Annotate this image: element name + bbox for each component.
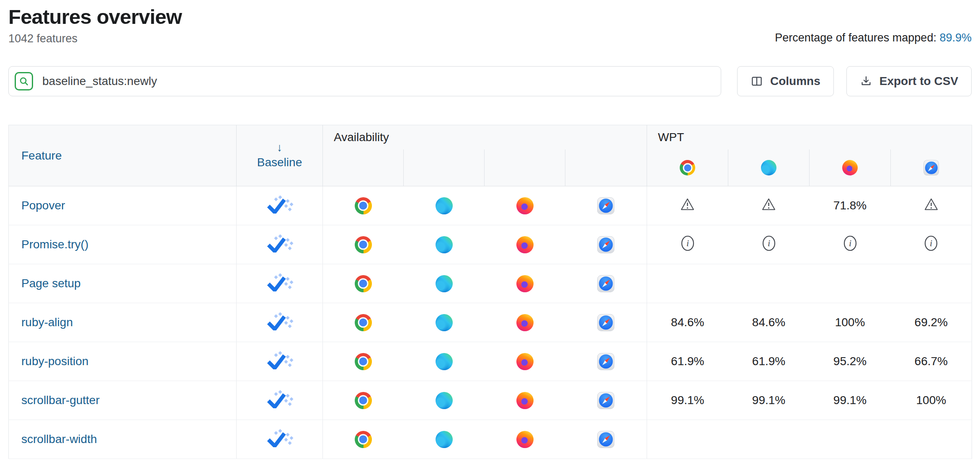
- baseline-sort-link[interactable]: ↓Baseline: [237, 142, 322, 169]
- baseline-newly-available-icon: [266, 351, 294, 372]
- availability-cell: [565, 342, 647, 381]
- feature-link[interactable]: ruby-position: [21, 355, 88, 368]
- info-icon[interactable]: i: [762, 235, 776, 255]
- feature-link[interactable]: Popover: [21, 199, 65, 212]
- chrome-icon: [355, 275, 372, 292]
- firefox-icon: [516, 314, 534, 331]
- feature-sort-link[interactable]: Feature: [21, 149, 62, 162]
- availability-subcolumn-header: [485, 149, 565, 186]
- feature-link[interactable]: Page setup: [21, 277, 81, 290]
- wpt-score-cell: 99.1%: [728, 381, 810, 420]
- availability-cell: [485, 303, 565, 342]
- columns-button[interactable]: Columns: [737, 66, 834, 96]
- info-icon[interactable]: i: [681, 235, 695, 255]
- availability-cell: [485, 420, 565, 459]
- wpt-score-cell: 69.2%: [891, 303, 972, 342]
- search-box[interactable]: [8, 66, 721, 96]
- edge-icon: [436, 197, 453, 214]
- warning-icon[interactable]: [680, 197, 695, 214]
- chrome-icon: [355, 236, 372, 253]
- mapped-percentage-link[interactable]: 89.9%: [939, 31, 972, 44]
- wpt-score-value: 99.1%: [671, 394, 704, 407]
- wpt-score-cell: 66.7%: [891, 342, 972, 381]
- firefox-icon: [842, 160, 858, 175]
- baseline-status-cell: [237, 342, 323, 381]
- title-block: Features overview 1042 features: [8, 4, 182, 45]
- wpt-score-cell: [647, 186, 728, 225]
- baseline-status-cell: [237, 303, 323, 342]
- wpt-score-cell: [728, 186, 810, 225]
- sort-descending-icon: ↓: [237, 142, 322, 153]
- chrome-icon: [355, 197, 372, 214]
- feature-link[interactable]: scrollbar-width: [21, 433, 97, 446]
- availability-cell: [323, 381, 404, 420]
- info-icon[interactable]: i: [924, 235, 938, 255]
- wpt-score-cell: i: [647, 225, 728, 264]
- wpt-score-value: 61.9%: [752, 355, 785, 368]
- info-icon[interactable]: i: [843, 235, 857, 255]
- wpt-score-cell: [891, 264, 972, 303]
- toolbar: Columns Export to CSV: [8, 66, 972, 96]
- firefox-icon: [516, 236, 534, 253]
- availability-cell: [565, 381, 647, 420]
- wpt-score-cell: i: [810, 225, 891, 264]
- warning-icon[interactable]: [923, 197, 939, 214]
- firefox-icon: [516, 197, 534, 214]
- availability-cell: [485, 264, 565, 303]
- table-row: Popover 71.8%: [9, 186, 972, 225]
- search-input[interactable]: [41, 74, 715, 88]
- wpt-score-cell: 84.6%: [728, 303, 810, 342]
- wpt-score-cell: 100%: [810, 303, 891, 342]
- search-icon[interactable]: [15, 72, 33, 90]
- availability-cell: [565, 303, 647, 342]
- export-csv-button[interactable]: Export to CSV: [846, 66, 972, 96]
- availability-cell: [485, 225, 565, 264]
- availability-cell: [404, 225, 485, 264]
- baseline-newly-available-icon: [266, 390, 294, 411]
- table-row: Promise.try() iiii: [9, 225, 972, 264]
- feature-link[interactable]: scrollbar-gutter: [21, 394, 100, 407]
- availability-cell: [565, 225, 647, 264]
- warning-icon[interactable]: [761, 197, 776, 214]
- availability-subcolumn-header: [565, 149, 647, 186]
- firefox-icon: [516, 275, 534, 292]
- wpt-score-cell: [647, 420, 728, 459]
- page-title: Features overview: [8, 5, 182, 28]
- wpt-score-cell: 61.9%: [647, 342, 728, 381]
- safari-icon: [597, 236, 614, 253]
- feature-link[interactable]: Promise.try(): [21, 238, 88, 251]
- baseline-status-cell: [237, 186, 323, 225]
- wpt-score-cell: 100%: [891, 381, 972, 420]
- firefox-icon: [516, 431, 534, 448]
- table-row: ruby-position 61.9%61.9%95.2%66.7%: [9, 342, 972, 381]
- chrome-icon: [680, 160, 695, 175]
- availability-subcolumn-header: [404, 149, 485, 186]
- feature-column-header: Feature: [9, 125, 237, 186]
- table-row: scrollbar-width: [9, 420, 972, 459]
- availability-cell: [565, 420, 647, 459]
- wpt-group-header: WPT: [647, 125, 972, 149]
- availability-cell: [404, 303, 485, 342]
- feature-count: 1042 features: [8, 32, 182, 45]
- chrome-icon: [355, 314, 372, 331]
- wpt-score-cell: [891, 420, 972, 459]
- wpt-score-value: 84.6%: [671, 316, 704, 329]
- wpt-score-cell: [891, 186, 972, 225]
- edge-icon: [436, 314, 453, 331]
- baseline-status-cell: [237, 225, 323, 264]
- safari-icon: [597, 197, 614, 214]
- feature-link[interactable]: ruby-align: [21, 316, 73, 329]
- chrome-icon: [355, 431, 372, 448]
- edge-icon: [436, 431, 453, 448]
- availability-cell: [323, 186, 404, 225]
- baseline-column-header: ↓Baseline: [237, 125, 323, 186]
- availability-cell: [485, 381, 565, 420]
- availability-cell: [323, 264, 404, 303]
- wpt-score-cell: [810, 420, 891, 459]
- availability-cell: [323, 420, 404, 459]
- chrome-icon: [355, 392, 372, 409]
- availability-cell: [565, 186, 647, 225]
- wpt-score-cell: 61.9%: [728, 342, 810, 381]
- wpt-score-cell: [728, 420, 810, 459]
- wpt-score-cell: 99.1%: [810, 381, 891, 420]
